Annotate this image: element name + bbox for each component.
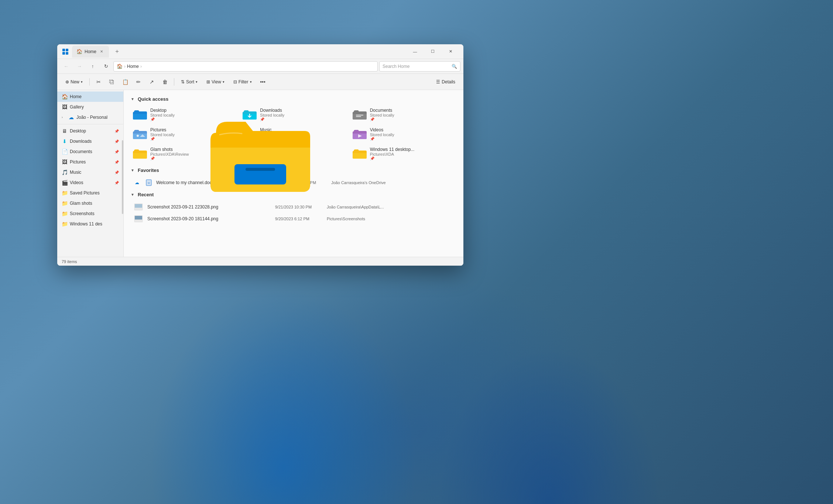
sidebar-item-pictures[interactable]: 🖼 Pictures 📌 — [57, 157, 123, 167]
minimize-button[interactable]: — — [407, 46, 424, 58]
recent-list: Screenshot 2023-09-21 223028.png 9/21/20… — [130, 201, 457, 225]
maximize-button[interactable]: ☐ — [424, 46, 441, 58]
cut-button[interactable]: ✂ — [93, 76, 104, 88]
title-bar: 🏠 Home ✕ ＋ — ☐ ✕ — [57, 44, 463, 59]
svg-rect-3 — [66, 52, 68, 55]
close-button[interactable]: ✕ — [442, 46, 459, 58]
folder-card-videos[interactable]: Videos Stored locally 📌 — [349, 125, 457, 143]
sidebar-item-onedrive[interactable]: › ☁ João - Personal — [57, 112, 123, 122]
favorites-item-0-location: João Carrasqueira's OneDrive — [331, 180, 455, 185]
svg-text:W: W — [148, 182, 150, 184]
docx-icon: W — [144, 178, 153, 187]
more-button[interactable]: ••• — [257, 76, 269, 88]
sidebar-item-windows-desktop[interactable]: 📁 Windows 11 des — [57, 219, 123, 229]
filter-button[interactable]: ⊟ Filter ▾ — [230, 76, 256, 88]
desktop-folder-sub: Stored locally — [150, 113, 235, 117]
up-button[interactable]: ↑ — [87, 61, 99, 72]
quick-access-title: Quick access — [138, 96, 168, 102]
sidebar-saved-pictures-label: Saved Pictures — [70, 190, 119, 196]
breadcrumb[interactable]: 🏠 › Home › — [113, 61, 378, 72]
sidebar-item-music[interactable]: 🎵 Music 📌 — [57, 167, 123, 177]
documents-folder-pin: 📌 — [370, 117, 455, 121]
details-button[interactable]: ☰ Details — [432, 76, 459, 88]
recent-row-0[interactable]: Screenshot 2023-09-21 223028.png 9/21/20… — [130, 201, 457, 213]
sidebar-item-downloads[interactable]: ⬇ Downloads 📌 — [57, 136, 123, 146]
new-tab-button[interactable]: ＋ — [112, 46, 122, 57]
gallery-icon: 🖼 — [62, 104, 68, 110]
active-tab[interactable]: 🏠 Home ✕ — [72, 46, 109, 58]
sort-label: Sort — [186, 79, 194, 84]
screenshots-folder-icon — [242, 148, 257, 160]
refresh-button[interactable]: ↻ — [100, 61, 112, 72]
folder-card-music[interactable]: Music Stored locally 📌 — [239, 125, 347, 143]
sidebar-item-glam-shots[interactable]: 📁 Glam shots — [57, 198, 123, 208]
view-label: View — [212, 79, 221, 84]
sidebar-item-videos[interactable]: 🎬 Videos 📌 — [57, 177, 123, 188]
recent-toggle[interactable]: ▼ — [130, 191, 136, 197]
new-button[interactable]: ⊕ New ▾ — [62, 76, 86, 88]
videos-icon: 🎬 — [62, 180, 68, 186]
quick-access-header: ▼ Quick access — [130, 96, 457, 102]
toolbar: ⊕ New ▾ ✂ ⿻ 📋 ✏ ↗ 🗑 ⇅ Sort ▾ ⊞ View ▾ ⊟ … — [57, 74, 463, 90]
desktop-icon: 🖥 — [62, 128, 68, 134]
folder-card-pictures[interactable]: Pictures Stored locally 📌 — [130, 125, 238, 143]
pin-icon-videos: 📌 — [114, 181, 119, 185]
recent-file-icon-1 — [133, 214, 144, 223]
pictures-folder-info: Pictures Stored locally 📌 — [150, 127, 235, 141]
svg-rect-12 — [135, 204, 142, 208]
desktop-folder-name: Desktop — [150, 108, 235, 113]
sidebar-scrollbar[interactable] — [122, 140, 123, 214]
sidebar-videos-label: Videos — [70, 180, 112, 185]
favorites-toggle[interactable]: ▼ — [130, 167, 136, 173]
svg-rect-14 — [135, 216, 142, 220]
svg-rect-2 — [62, 52, 65, 55]
recent-header: ▼ Recent — [130, 191, 457, 197]
delete-button[interactable]: 🗑 — [159, 76, 171, 88]
sort-button[interactable]: ⇅ Sort ▾ — [177, 76, 201, 88]
sidebar-windows-desktop-label: Windows 11 des — [70, 221, 119, 227]
sidebar-item-documents[interactable]: 📄 Documents 📌 — [57, 146, 123, 157]
glam-shots-folder-name: Glam shots — [150, 147, 235, 152]
folder-card-documents[interactable]: Documents Stored locally 📌 — [349, 106, 457, 124]
folder-card-screenshots[interactable]: Screenshots Pictures 📌 — [239, 145, 347, 163]
back-button[interactable]: ← — [60, 61, 72, 72]
copy-button[interactable]: ⿻ — [106, 76, 118, 88]
recent-row-1[interactable]: Screenshot 2023-09-20 181144.png 9/20/20… — [130, 213, 457, 225]
sidebar-onedrive-label: João - Personal — [76, 115, 119, 120]
recent-item-1-date: 9/20/2023 6:12 PM — [275, 217, 327, 221]
sidebar-item-screenshots[interactable]: 📁 Screenshots — [57, 208, 123, 219]
folder-card-downloads[interactable]: Downloads Stored locally 📌 — [239, 106, 347, 124]
sidebar-item-gallery[interactable]: 🖼 Gallery — [57, 102, 123, 112]
sidebar-item-saved-pictures[interactable]: 📁 Saved Pictures — [57, 188, 123, 198]
svg-rect-4 — [356, 115, 363, 115]
pictures-folder-icon — [133, 128, 147, 140]
pictures-folder-name: Pictures — [150, 127, 235, 132]
favorites-row-0[interactable]: ☁ W Welcome to my channel.docx 9/21/2023… — [130, 177, 457, 189]
documents-folder-icon — [352, 109, 367, 121]
window-app-icon — [62, 48, 69, 55]
sidebar-item-home[interactable]: 🏠 Home — [57, 92, 123, 102]
sidebar-item-desktop[interactable]: 🖥 Desktop 📌 — [57, 126, 123, 136]
folder-card-glam-shots[interactable]: Glam shots Pictures\XDA\Review 📌 — [130, 145, 238, 163]
expand-icon: › — [62, 115, 66, 119]
folder-card-desktop[interactable]: Desktop Stored locally 📌 — [130, 106, 238, 124]
folder-card-windows11[interactable]: Windows 11 desktop... Pictures\XDA 📌 — [349, 145, 457, 163]
paste-button[interactable]: 📋 — [119, 76, 131, 88]
favorites-item-0-date: 9/21/2023 12:44 PM — [280, 180, 331, 185]
quick-access-toggle[interactable]: ▼ — [130, 96, 136, 102]
documents-icon: 📄 — [62, 149, 68, 155]
tab-label: Home — [85, 49, 96, 54]
share-button[interactable]: ↗ — [146, 76, 158, 88]
view-button[interactable]: ⊞ View ▾ — [203, 76, 228, 88]
forward-button[interactable]: → — [73, 61, 85, 72]
tab-close-button[interactable]: ✕ — [99, 49, 104, 55]
screenshots-folder-info: Screenshots Pictures 📌 — [260, 147, 344, 160]
explorer-window: 🏠 Home ✕ ＋ — ☐ ✕ ← → ↑ ↻ 🏠 › Home › Sear… — [57, 44, 463, 266]
screenshots-folder-sub: Pictures — [260, 152, 344, 156]
rename-button[interactable]: ✏ — [133, 76, 144, 88]
main-panel: ▼ Quick access Desktop Stored locally — [124, 90, 463, 257]
glam-shots-folder-icon — [133, 148, 147, 160]
search-box[interactable]: Search Home 🔍 — [379, 61, 460, 72]
new-icon: ⊕ — [65, 79, 69, 84]
sidebar-divider-1 — [57, 124, 123, 124]
